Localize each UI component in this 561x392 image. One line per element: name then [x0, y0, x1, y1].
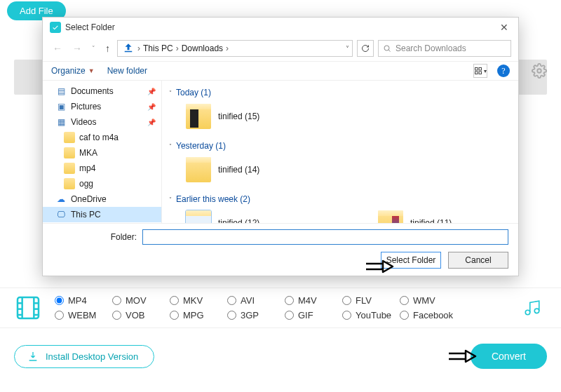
view-options-icon[interactable]: ▾	[473, 64, 487, 78]
format-option-flv[interactable]: FLV	[342, 295, 397, 306]
format-option-gif[interactable]: GIF	[285, 310, 339, 320]
svg-point-11	[534, 309, 539, 313]
select-folder-button[interactable]: Select Folder	[381, 252, 441, 269]
install-label: Install Desktop Version	[46, 351, 138, 362]
breadcrumb-root[interactable]: This PC	[143, 43, 173, 53]
tree-item-network[interactable]: 🖧Network	[43, 222, 161, 223]
nav-up-icon[interactable]: ↑	[102, 43, 113, 54]
cancel-button[interactable]: Cancel	[448, 252, 508, 269]
film-icon	[14, 294, 42, 322]
format-option-facebook[interactable]: Facebook	[400, 310, 454, 320]
nav-back-icon[interactable]: ←	[50, 43, 65, 54]
format-option-mov[interactable]: MOV	[112, 295, 167, 306]
dialog-title: Select Folder	[65, 22, 115, 32]
pin-icon: 📌	[147, 103, 156, 111]
tree-item-ogg[interactable]: ogg	[43, 176, 161, 191]
folder-name-input[interactable]	[142, 229, 508, 245]
folder-icon	[186, 157, 211, 182]
svg-rect-12	[125, 51, 133, 53]
svg-rect-17	[475, 72, 478, 74]
group-earlier[interactable]: ˅Earlier this week (2)	[169, 191, 511, 207]
tree-item-caf-to-m4a[interactable]: caf to m4a	[43, 130, 161, 145]
folder-name: tinified (11)	[410, 218, 452, 223]
folder-name: tinified (12)	[218, 218, 259, 223]
app-icon	[50, 22, 61, 33]
format-option-webm[interactable]: WEBM	[55, 310, 109, 320]
format-option-wmv[interactable]: WMV	[400, 295, 454, 306]
folder-item[interactable]: tinified (14)	[182, 155, 322, 184]
group-today[interactable]: ˅Today (1)	[169, 85, 511, 100]
group-label: Yesterday (1)	[176, 141, 226, 151]
svg-point-13	[384, 46, 389, 50]
pin-icon: 📌	[147, 88, 156, 95]
format-option-mpg[interactable]: MPG	[170, 310, 224, 320]
pin-icon: 📌	[147, 119, 156, 126]
svg-rect-15	[475, 68, 478, 71]
format-option-mp4[interactable]: MP4	[55, 295, 109, 306]
folder-tree[interactable]: ▤Documents📌▣Pictures📌▦Videos📌caf to m4aM…	[43, 81, 162, 223]
tree-item-mp4[interactable]: mp4	[43, 161, 161, 176]
folder-field-label: Folder:	[53, 232, 137, 242]
svg-line-14	[388, 50, 390, 51]
breadcrumb-sub[interactable]: Downloads	[182, 43, 223, 53]
organize-label: Organize	[51, 66, 86, 76]
group-label: Today (1)	[176, 88, 211, 97]
chevron-down-icon[interactable]: ˅	[89, 45, 98, 52]
downloads-icon	[122, 42, 135, 55]
gear-icon[interactable]	[532, 63, 547, 79]
tree-item-pictures[interactable]: ▣Pictures📌	[43, 99, 161, 114]
format-option-vob[interactable]: VOB	[112, 310, 167, 320]
breadcrumb[interactable]: › This PC › Downloads › ˅	[117, 40, 353, 57]
svg-point-10	[525, 310, 530, 315]
search-placeholder: Search Downloads	[396, 43, 466, 53]
format-option-mkv[interactable]: MKV	[170, 295, 224, 306]
format-section: MP4MOVMKVAVIM4VFLVWMVWEBMVOBMPG3GPGIFYou…	[0, 288, 561, 328]
file-list[interactable]: ˅Today (1) tinified (15) ˅Yesterday (1) …	[162, 81, 518, 223]
download-icon	[27, 351, 39, 362]
format-option-youtube[interactable]: YouTube	[342, 310, 397, 320]
svg-rect-18	[479, 72, 482, 74]
folder-item[interactable]: tinified (12)	[182, 208, 319, 223]
breadcrumb-drop-icon[interactable]: ˅	[346, 45, 349, 53]
format-option-m4v[interactable]: M4V	[285, 295, 339, 306]
search-input[interactable]: Search Downloads	[378, 40, 511, 57]
music-icon[interactable]	[523, 299, 541, 317]
chevron-down-icon: ▼	[88, 67, 95, 74]
tree-item-mka[interactable]: MKA	[43, 145, 161, 161]
format-option-avi[interactable]: AVI	[227, 295, 282, 306]
organize-menu[interactable]: Organize ▼	[51, 66, 95, 76]
svg-point-0	[537, 69, 541, 73]
folder-item[interactable]: tinified (15)	[182, 102, 322, 131]
folder-icon	[378, 210, 403, 223]
folder-name: tinified (15)	[218, 111, 259, 121]
folder-item[interactable]: tinified (11)	[374, 208, 511, 223]
select-folder-dialog: Select Folder ✕ ← → ˅ ↑ › This PC › Down…	[42, 17, 519, 276]
refresh-icon[interactable]	[357, 40, 374, 57]
close-icon[interactable]: ✕	[497, 22, 511, 33]
format-option-3gp[interactable]: 3GP	[227, 310, 282, 320]
folder-icon	[186, 210, 211, 223]
new-folder-button[interactable]: New folder	[107, 66, 147, 76]
nav-forward-icon: →	[69, 43, 85, 54]
folder-icon	[186, 104, 211, 129]
svg-rect-16	[479, 68, 482, 71]
tree-item-videos[interactable]: ▦Videos📌	[43, 114, 161, 130]
convert-button[interactable]: Convert	[471, 344, 547, 369]
group-label: Earlier this week (2)	[176, 194, 250, 204]
install-desktop-button[interactable]: Install Desktop Version	[14, 345, 154, 368]
search-icon	[383, 44, 391, 53]
tree-item-this-pc[interactable]: 🖵This PC	[43, 207, 161, 222]
tree-item-documents[interactable]: ▤Documents📌	[43, 83, 161, 99]
folder-name: tinified (14)	[218, 165, 259, 175]
group-yesterday[interactable]: ˅Yesterday (1)	[169, 138, 511, 154]
tree-item-onedrive[interactable]: ☁OneDrive	[43, 191, 161, 207]
help-icon[interactable]: ?	[497, 65, 510, 77]
